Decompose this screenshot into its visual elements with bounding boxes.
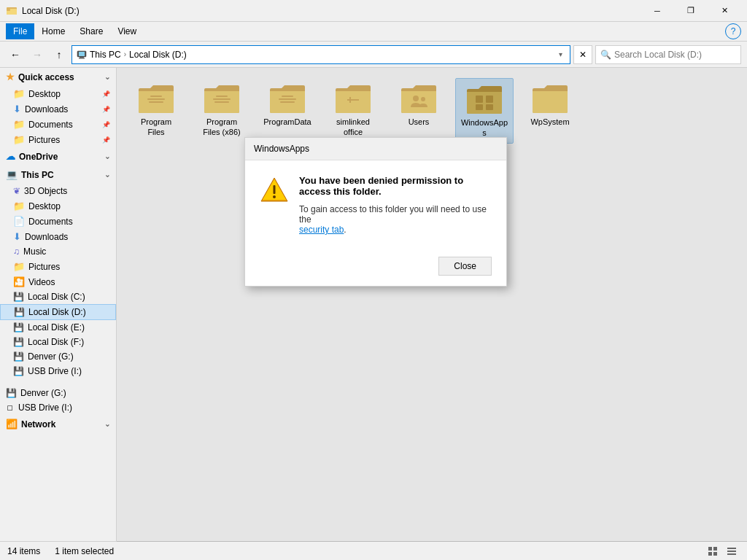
- this-pc-icon: 💻: [6, 169, 18, 180]
- drive-i-label: USB Drive (I:): [28, 366, 82, 376]
- drive-c-icon: 💾: [13, 292, 24, 302]
- up-button[interactable]: ↑: [50, 45, 69, 64]
- sidebar-item-local-c[interactable]: 💾 Local Disk (C:): [0, 289, 116, 304]
- pin-icon-downloads: 📌: [102, 106, 110, 113]
- pictures-label: Pictures: [28, 135, 60, 145]
- sidebar-section-network[interactable]: 📶 Network ⌄: [0, 415, 116, 433]
- sidebar-item-pictures[interactable]: 📁 Pictures 📌: [0, 132, 116, 147]
- sidebar-item-local-d[interactable]: 💾 Local Disk (D:): [0, 304, 116, 320]
- title-bar-left: Local Disk (D:): [6, 5, 80, 17]
- tab-file[interactable]: File: [6, 23, 34, 39]
- dialog-close-button[interactable]: Close: [438, 257, 492, 276]
- sidebar-item-pictures2[interactable]: 📁 Pictures: [0, 259, 116, 274]
- title-bar-controls: ─ ❐ ✕: [640, 0, 741, 22]
- documents-label: Documents: [28, 120, 73, 130]
- tab-share[interactable]: Share: [72, 23, 110, 39]
- minimize-button[interactable]: ─: [640, 0, 674, 22]
- sidebar-section-this-pc[interactable]: 💻 This PC ⌄: [0, 166, 116, 184]
- 3dobjects-icon: ❦: [13, 186, 20, 196]
- sidebar-item-videos[interactable]: 🎦 Videos: [0, 274, 116, 289]
- back-button[interactable]: ←: [6, 45, 25, 64]
- sidebar-item-local-e[interactable]: 💾 Local Disk (E:): [0, 320, 116, 335]
- svg-rect-6: [79, 58, 85, 58]
- desktop-label: Desktop: [28, 89, 61, 99]
- ribbon-tabs: File Home Share View ?: [0, 22, 747, 41]
- drive-g-label: Denver (G:): [28, 351, 74, 362]
- documents2-icon: 📄: [13, 216, 25, 227]
- search-icon: 🔍: [600, 50, 611, 60]
- sidebar-item-documents[interactable]: 📁 Documents 📌: [0, 117, 116, 132]
- documents2-label: Documents: [28, 217, 73, 227]
- details-view-icon: [727, 546, 737, 556]
- sidebar-item-documents2[interactable]: 📄 Documents: [0, 214, 116, 229]
- dialog-title-bar: WindowsApps: [245, 138, 506, 160]
- path-dropdown[interactable]: ▾: [556, 50, 565, 58]
- title-bar: Local Disk (D:) ─ ❐ ✕: [0, 0, 747, 22]
- pin-icon-documents: 📌: [102, 121, 110, 128]
- warning-triangle-icon: [260, 175, 289, 204]
- drive-i2-icon: 🗆: [6, 402, 15, 413]
- sidebar-item-local-f[interactable]: 💾 Local Disk (F:): [0, 335, 116, 349]
- sidebar-item-downloads2[interactable]: ⬇ Downloads: [0, 229, 116, 244]
- drive-i-icon: 💾: [13, 366, 24, 376]
- search-input[interactable]: [614, 50, 736, 60]
- network-label: Network: [21, 419, 55, 429]
- forward-button[interactable]: →: [28, 45, 47, 64]
- drive-d-icon: 💾: [14, 307, 25, 317]
- sidebar-item-3dobjects[interactable]: ❦ 3D Objects: [0, 184, 116, 198]
- help-button[interactable]: ?: [725, 23, 741, 39]
- svg-point-27: [273, 195, 276, 198]
- address-path[interactable]: This PC › Local Disk (D:) ▾: [71, 45, 570, 64]
- close-button[interactable]: ✕: [708, 0, 741, 22]
- list-view-icon: [708, 546, 718, 556]
- pictures-icon: 📁: [13, 134, 25, 145]
- downloads-icon: ⬇: [13, 104, 21, 114]
- sidebar-item-music[interactable]: ♫ Music: [0, 244, 116, 259]
- onedrive-icon: ☁: [6, 151, 15, 162]
- tab-home[interactable]: Home: [34, 23, 72, 39]
- videos-icon: 🎦: [13, 276, 25, 287]
- network-chevron: ⌄: [104, 420, 110, 428]
- permission-dialog: WindowsApps You have been denied permiss…: [244, 137, 507, 287]
- sidebar-item-downloads[interactable]: ⬇ Downloads 📌: [0, 101, 116, 117]
- sidebar-item-desktop[interactable]: 📁 Desktop 📌: [0, 86, 116, 101]
- sidebar-item-denver-g[interactable]: 💾 Denver (G:): [0, 349, 116, 364]
- drive-g-icon: 💾: [13, 351, 24, 362]
- sidebar-section-quick-access[interactable]: ★ Quick access ⌄: [0, 68, 116, 86]
- path-this-pc[interactable]: This PC: [90, 50, 121, 60]
- this-pc-label: This PC: [21, 170, 54, 180]
- sidebar-section-onedrive[interactable]: ☁ OneDrive ⌄: [0, 147, 116, 166]
- title-text: Local Disk (D:): [22, 6, 80, 16]
- search-box[interactable]: 🔍: [595, 45, 741, 64]
- explorer-icon: [6, 5, 18, 17]
- sidebar-item-usb-i[interactable]: 💾 USB Drive (I:): [0, 364, 116, 378]
- dialog-footer: Close: [245, 249, 506, 286]
- desktop2-icon: 📁: [13, 201, 25, 211]
- path-local-disk[interactable]: Local Disk (D:): [129, 50, 187, 60]
- details-view-button[interactable]: [724, 543, 740, 559]
- security-tab-link[interactable]: security tab: [299, 225, 344, 235]
- quick-access-label: Quick access: [18, 72, 74, 82]
- sidebar-item-usb-i2[interactable]: 🗆 USB Drive (I:): [0, 400, 116, 415]
- drive-d-label: Local Disk (D:): [28, 307, 86, 317]
- dialog-heading: You have been denied permission to acces…: [299, 175, 492, 197]
- tab-view[interactable]: View: [110, 23, 144, 39]
- drive-e-label: Local Disk (E:): [28, 322, 85, 332]
- onedrive-label: OneDrive: [19, 152, 58, 162]
- sidebar-item-desktop2[interactable]: 📁 Desktop: [0, 198, 116, 214]
- svg-rect-5: [80, 57, 84, 58]
- path-arrow-1: ›: [124, 50, 126, 58]
- dialog-body-text: To gain access to this folder you will n…: [299, 204, 492, 235]
- main-layout: ★ Quick access ⌄ 📁 Desktop 📌 ⬇ Downloads…: [0, 68, 747, 542]
- quick-access-icon: ★: [6, 71, 15, 82]
- list-view-button[interactable]: [705, 543, 721, 559]
- svg-rect-32: [727, 548, 736, 549]
- 3dobjects-label: 3D Objects: [24, 186, 67, 196]
- svg-rect-30: [708, 552, 712, 556]
- network-icon: 📶: [6, 419, 18, 429]
- sidebar-item-denver-g2[interactable]: 💾 Denver (G:): [0, 386, 116, 400]
- dialog-text: You have been denied permission to acces…: [299, 175, 492, 235]
- maximize-button[interactable]: ❐: [674, 0, 708, 22]
- warning-icon: [260, 175, 289, 235]
- address-clear-button[interactable]: ✕: [573, 45, 592, 64]
